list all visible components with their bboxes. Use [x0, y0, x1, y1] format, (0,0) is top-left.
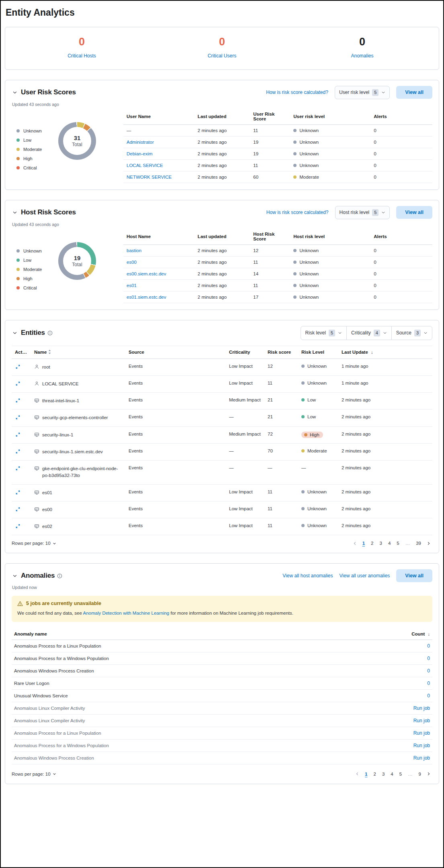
anomalies-page-3[interactable]: 3 [380, 771, 387, 777]
entities-page-3[interactable]: 3 [377, 540, 384, 546]
ml-docs-link[interactable]: Anomaly Detection with Machine Learning [83, 611, 169, 615]
callout-title-text: 5 jobs are currently unavailable [26, 601, 101, 606]
anomalies-next-page-chevron-right-icon[interactable] [425, 771, 432, 777]
legend-dot-icon [16, 139, 20, 142]
run-job-link[interactable]: Run job [413, 705, 430, 711]
anomaly-count-link[interactable]: 0 [427, 693, 430, 699]
filter-label: Risk level [305, 330, 326, 336]
table-row: Anomalous Windows Process Creation0 [12, 664, 432, 677]
user-name-link[interactable]: Administrator [127, 140, 154, 145]
user-name-link[interactable]: LOCAL SERVICE [127, 163, 163, 168]
table-row: Anomalous Process for a Linux Population… [12, 727, 432, 739]
anomalies-page-1[interactable]: 1 [362, 771, 370, 777]
entities-page-5[interactable]: 5 [394, 540, 401, 546]
kpi-critical-users-label[interactable]: Critical Users [208, 53, 236, 59]
risk-level-dot-icon [293, 295, 297, 299]
anomalies-view-all-button[interactable]: View all [396, 569, 432, 582]
expand-entity-button[interactable] [15, 364, 21, 370]
expand-entity-button[interactable] [15, 397, 21, 403]
host-name-link[interactable]: es00 [127, 260, 137, 265]
anomalies-page-5[interactable]: 5 [397, 771, 404, 777]
user-risk-donut-total: 31 [74, 134, 81, 141]
alerts-cell: 0 [370, 279, 432, 291]
user-name-link[interactable]: Debian-exim [127, 151, 153, 156]
table-row: threat-intel-linux-1EventsMedium Impact2… [12, 393, 432, 410]
alerts-cell: 0 [370, 245, 432, 256]
expand-entity-button[interactable] [15, 489, 21, 495]
anomalies-col-count[interactable]: Count ↓ [396, 628, 432, 640]
entities-col-last-update[interactable]: Last Update ↓ [338, 346, 432, 359]
view-all-host-anomalies-link[interactable]: View all host anomalies [282, 573, 333, 579]
expand-entity-button[interactable] [15, 465, 21, 471]
host-risk-view-all-button[interactable]: View all [396, 206, 432, 219]
entities-prev-page-chevron-left-icon[interactable] [351, 540, 359, 546]
kpi-anomalies-label[interactable]: Anomalies [351, 53, 373, 59]
anomalies-prev-page-chevron-left-icon[interactable] [354, 771, 361, 777]
entities-rows-per-page[interactable]: Rows per page: 10 [12, 541, 56, 546]
legend-label: High [23, 276, 33, 281]
risk-level-unknown: Unknown [301, 364, 335, 369]
source-cell: Events [125, 359, 226, 375]
run-job-link[interactable]: Run job [413, 718, 430, 723]
legend-label: High [23, 156, 33, 161]
host-risk-collapse-chevron-down-icon[interactable] [12, 209, 18, 216]
entities-collapse-chevron-down-icon[interactable] [12, 330, 18, 336]
entities-col-name[interactable]: Name [31, 346, 125, 359]
user-risk-level-select[interactable]: User risk level 5 [335, 86, 390, 99]
host-name-link[interactable]: es01.siem.estc.dev [127, 295, 166, 300]
anomalies-collapse-chevron-down-icon[interactable] [12, 573, 18, 579]
host-risk-calc-link[interactable]: How is risk score calculated? [266, 210, 329, 215]
anomaly-count-link[interactable]: 0 [427, 643, 430, 649]
host-name-link[interactable]: es01 [127, 283, 137, 288]
anomalies-page-2[interactable]: 2 [371, 771, 378, 777]
view-all-user-anomalies-link[interactable]: View all user anomalies [340, 573, 390, 579]
anomaly-count-link[interactable]: 0 [427, 681, 430, 686]
run-job-link[interactable]: Run job [413, 730, 430, 736]
anomaly-count-link[interactable]: 0 [427, 668, 430, 674]
anomaly-name: Anomalous Linux Compiler Activity [12, 702, 396, 714]
run-job-link[interactable]: Run job [413, 755, 430, 761]
info-icon [57, 573, 62, 579]
entities-pagination: 12345…39 [351, 540, 432, 546]
anomalies-page-4[interactable]: 4 [388, 771, 395, 777]
entities-page-39[interactable]: 39 [413, 540, 424, 546]
criticality-cell: Medium Impact [226, 426, 264, 443]
expand-entity-button[interactable] [15, 432, 21, 438]
anomaly-name: Anomalous Windows Process Creation [12, 664, 396, 677]
user-risk-collapse-chevron-down-icon[interactable] [12, 89, 18, 96]
risk-level-unknown: Unknown [301, 489, 335, 494]
host-name-link[interactable]: es00.siem.estc.dev [127, 271, 166, 276]
anomalies-page-ellipsis: … [405, 771, 415, 777]
alerts-cell: 0 [370, 256, 432, 268]
table-row: security-linux-1.siem.estc.devEvents—70M… [12, 443, 432, 460]
expand-entity-button[interactable] [15, 414, 21, 420]
filter-criticality[interactable]: Criticality4 [346, 326, 391, 340]
user-risk-calc-link[interactable]: How is risk score calculated? [266, 90, 328, 95]
filter-source[interactable]: Source3 [391, 326, 432, 340]
risk-level-unknown: Unknown [293, 295, 367, 300]
kpi-critical-hosts-label[interactable]: Critical Hosts [68, 53, 96, 59]
anomalies-rows-per-page[interactable]: Rows per page: 10 [12, 772, 56, 776]
anomalies-page-9[interactable]: 9 [416, 771, 424, 777]
run-job-link[interactable]: Run job [413, 743, 430, 748]
expand-entity-button[interactable] [15, 381, 21, 387]
filter-label: Source [396, 330, 411, 336]
expand-entity-button[interactable] [15, 448, 21, 454]
user-risk-view-all-button[interactable]: View all [396, 86, 432, 99]
user-name-link[interactable]: NETWORK SERVICE [127, 175, 172, 179]
entities-page-1[interactable]: 1 [360, 540, 367, 546]
entities-page-2[interactable]: 2 [368, 540, 376, 546]
entities-col-actions: Actio... [12, 346, 31, 359]
anomaly-count-link[interactable]: 0 [427, 656, 430, 661]
entities-next-page-chevron-right-icon[interactable] [425, 540, 432, 546]
filter-risk-level[interactable]: Risk level5 [301, 326, 346, 340]
last-updated-cell: 2 minutes ago [194, 256, 250, 268]
host-risk-level-select[interactable]: Host risk level 5 [335, 206, 390, 219]
expand-entity-button[interactable] [15, 523, 21, 529]
risk-level-label: Unknown [299, 128, 319, 133]
criticality-cell: Low Impact [226, 359, 264, 375]
entities-page-4[interactable]: 4 [386, 540, 393, 546]
entity-name-text: security-linux-1.siem.estc.dev [42, 448, 103, 455]
expand-entity-button[interactable] [15, 506, 21, 512]
host-name-link[interactable]: bastion [127, 248, 141, 253]
